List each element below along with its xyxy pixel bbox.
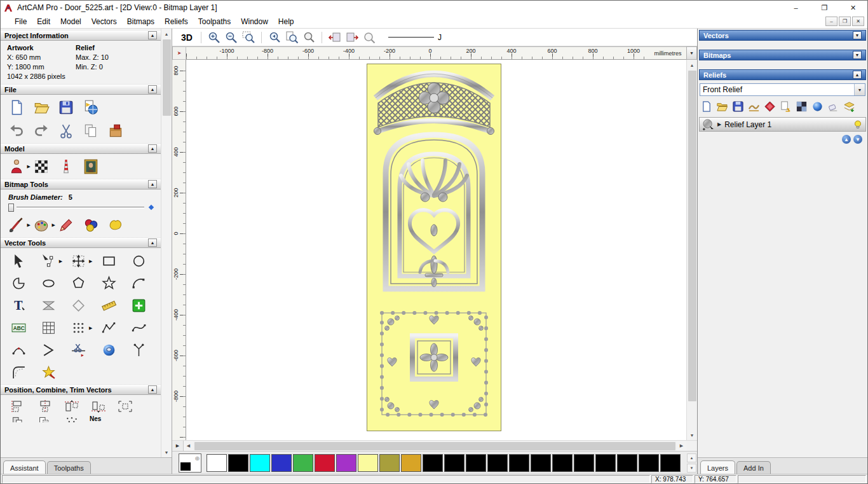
trim-vectors-icon[interactable] [71,342,86,358]
palette-swatch[interactable] [509,454,529,472]
rollup-arrow-icon[interactable]: ▲ [148,31,157,39]
section-header-bitmap-tools[interactable]: Bitmap Tools ▲ [1,179,161,190]
flyout-arrow-icon[interactable]: ▶ [27,223,31,228]
palette-scroll-down-icon[interactable]: ▼ [687,464,696,473]
palette-swatch[interactable] [487,454,508,472]
rollup-arrow-icon[interactable]: ▲ [148,85,157,93]
palette-swatch[interactable] [595,454,616,472]
menu-item[interactable]: Vectors [86,15,122,28]
menu-item[interactable]: Help [273,15,299,28]
reliefs-panel-header[interactable]: Reliefs ▲ [699,69,866,80]
lighthouse-tool-icon[interactable] [58,158,74,175]
scrollbar-thumb[interactable] [194,442,675,450]
mdi-restore-button[interactable]: ❐ [839,17,851,26]
palette-swatch[interactable] [401,454,421,472]
tab-layers[interactable]: Layers [700,460,735,474]
scrollbar-thumb[interactable] [688,71,696,401]
palette-swatch[interactable] [358,454,378,472]
zoom-out-icon[interactable] [224,31,238,45]
bitmaps-panel-header[interactable]: Bitmaps ▼ [699,50,866,60]
duplicate-relief-icon[interactable] [780,100,792,113]
scrollbar-thumb[interactable] [163,39,171,116]
cut-icon[interactable] [58,123,74,139]
zoom-box-icon[interactable] [241,31,255,45]
restore-button[interactable]: ❐ [810,1,839,15]
reset-relief-icon[interactable] [764,100,776,113]
new-model-icon[interactable] [8,99,25,116]
minimize-button[interactable]: – [782,1,810,15]
invert-relief-icon[interactable] [796,100,808,113]
node-editing-icon[interactable]: ▶ [41,253,57,269]
move-layer-up-icon[interactable]: ▲ [842,135,851,144]
scroll-left-icon[interactable]: ◀ [184,441,193,451]
pan-left-icon[interactable] [328,31,342,45]
fit-curve-icon[interactable] [131,320,147,336]
paste-icon[interactable] [83,123,99,139]
collapse-arrow-icon[interactable]: ▲ [853,71,862,79]
align-left-icon[interactable] [10,399,27,414]
offset-3d-icon[interactable] [101,342,117,358]
section-header-vector-tools[interactable]: Vector Tools ▲ [1,237,161,248]
menu-item[interactable]: Edit [32,15,55,28]
link-colours-icon[interactable]: ◎ [195,455,200,461]
units-dropdown-icon[interactable]: ▼ [686,46,697,60]
flyout-arrow-icon[interactable]: ▶ [27,164,31,169]
palette-swatch[interactable] [639,454,659,472]
tab-add-in[interactable]: Add In [736,461,771,474]
create-arc-icon[interactable] [131,275,147,291]
flyout-arrow-icon[interactable]: ▶ [89,326,92,331]
relief-layer-row[interactable]: ▶ Relief Layer 1 [699,117,866,132]
tab-toolpaths[interactable]: Toolpaths [47,461,91,474]
palette-swatch[interactable] [552,454,573,472]
colour-palette-icon[interactable]: ▶ [33,217,50,233]
palette-swatch[interactable] [423,454,443,472]
zoom-objects-icon[interactable] [302,31,316,45]
text-envelope-icon[interactable] [41,298,57,314]
expand-arrow-icon[interactable]: ▼ [853,51,862,59]
ruler-origin-button[interactable]: ➤ [172,46,186,60]
smooth-relief-icon[interactable] [748,100,760,113]
flood-fill-icon[interactable] [107,217,124,233]
brush-diameter-slider[interactable] [1,201,161,212]
drawing-canvas[interactable] [186,60,686,440]
zoom-in-icon[interactable] [207,31,221,45]
new-relief-layer-icon[interactable] [700,100,712,113]
create-polyline-icon[interactable] [101,320,117,336]
mdi-close-button[interactable]: ✕ [852,17,864,26]
zoom-fit-page-icon[interactable] [285,31,299,45]
section-header-position-combine-trim[interactable]: Position, Combine, Trim Vectors ▲ [1,384,161,395]
menu-item[interactable]: Window [236,15,273,28]
create-star-icon[interactable] [101,275,117,291]
move-layer-down-icon[interactable]: ▼ [853,135,862,144]
combine-weld-icon[interactable] [10,415,27,422]
align-bottom-icon[interactable] [90,399,107,414]
join-vectors-icon[interactable] [41,342,57,358]
text-block-icon[interactable]: ABC [11,320,27,336]
rollup-arrow-icon[interactable]: ▲ [148,239,157,247]
paste-along-curve-icon[interactable] [131,298,147,314]
create-rectangle-icon[interactable] [101,253,117,269]
palette-swatch[interactable] [660,454,681,472]
create-circle-icon[interactable] [131,253,147,269]
palette-swatch[interactable] [444,454,465,472]
open-model-icon[interactable] [33,99,50,116]
primary-secondary-colour-swatch[interactable]: ◎ [179,453,201,473]
palette-swatch[interactable] [531,454,551,472]
paint-brush-icon[interactable]: ▶ [8,217,25,233]
pan-right-icon[interactable] [345,31,359,45]
align-top-icon[interactable] [63,399,81,414]
align-centre-icon[interactable] [36,399,54,414]
star-wizard-icon[interactable] [41,364,57,380]
palette-swatch[interactable] [379,454,400,472]
palette-swatch[interactable] [574,454,594,472]
menu-item[interactable]: Model [55,15,86,28]
palette-swatch[interactable] [271,454,292,472]
draw-pencil-icon[interactable] [58,217,74,233]
create-text-icon[interactable]: T [11,298,27,314]
transform-vectors-icon[interactable]: ▶ [71,253,86,269]
scroll-down-icon[interactable]: ▼ [162,447,172,457]
add-layer-icon[interactable] [843,100,855,113]
create-ellipse-icon[interactable] [41,275,57,291]
close-button[interactable]: ✕ [839,1,867,15]
scroll-up-icon[interactable]: ▲ [688,60,697,70]
